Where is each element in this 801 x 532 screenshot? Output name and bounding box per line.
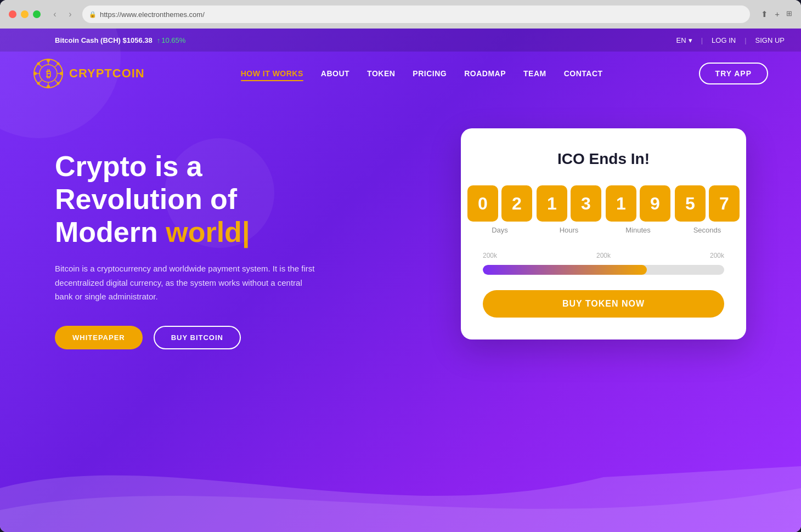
nav-team[interactable]: TEAM	[523, 69, 546, 78]
forward-button[interactable]: ›	[65, 9, 76, 20]
progress-labels: 200k 200k 200k	[483, 252, 724, 259]
seconds-digit-1: 5	[675, 185, 706, 222]
browser-action-buttons: ⬆ + ⊞	[761, 9, 792, 19]
browser-titlebar: ‹ › 🔒 https://www.electronthemes.com/ ⬆ …	[0, 0, 801, 29]
nav-contact[interactable]: CONTACT	[564, 69, 603, 78]
browser-window: ‹ › 🔒 https://www.electronthemes.com/ ⬆ …	[0, 0, 801, 532]
buy-token-button[interactable]: BUY TOKEN NOW	[483, 290, 724, 318]
nav-pricing[interactable]: PRICING	[413, 69, 447, 78]
url-text: https://www.electronthemes.com/	[100, 10, 205, 19]
minutes-label: Minutes	[625, 226, 651, 234]
countdown-timer: 0 2 Days 1 3 Hours	[483, 185, 724, 234]
minutes-digit-2: 9	[640, 185, 670, 222]
website-content: Bitcoin Cash (BCH) $1056.38 ↑ 10.65% EN …	[0, 29, 801, 532]
ico-title: ICO Ends In!	[483, 150, 724, 168]
hours-digits: 1 3	[537, 185, 601, 222]
progress-label-3: 200k	[710, 252, 724, 259]
hero-section: Crypto is a Revolution of Modern world| …	[0, 95, 801, 349]
address-bar[interactable]: 🔒 https://www.electronthemes.com/	[82, 5, 750, 23]
bg-decoration-2	[165, 138, 274, 248]
countdown-minutes: 1 9 Minutes	[606, 185, 670, 234]
nav-about[interactable]: ABOUT	[321, 69, 349, 78]
hours-label: Hours	[560, 226, 579, 234]
whitepaper-button[interactable]: WHITEPAPER	[55, 326, 143, 349]
maximize-button[interactable]	[33, 10, 41, 18]
progress-bar-container	[483, 265, 724, 275]
progress-label-1: 200k	[483, 252, 497, 259]
hero-subtitle: Bitcoin is a cryptocurrency and worldwid…	[55, 262, 318, 304]
nav-token[interactable]: TOKEN	[367, 69, 395, 78]
countdown-hours: 1 3 Hours	[537, 185, 601, 234]
nav-how-it-works[interactable]: HOW IT WORKS	[241, 69, 303, 78]
language-selector[interactable]: EN ▾	[676, 36, 692, 44]
back-button[interactable]: ‹	[49, 9, 60, 20]
login-link[interactable]: LOG IN	[712, 36, 736, 44]
seconds-label: Seconds	[693, 226, 721, 234]
ico-card: ICO Ends In! 0 2 Days 1 3	[461, 128, 746, 339]
ticker-auth: EN ▾ | LOG IN | SIGN UP	[676, 36, 785, 44]
up-arrow-icon: ↑	[157, 36, 161, 44]
buy-bitcoin-button[interactable]: BUY BITCOIN	[154, 326, 241, 349]
divider-2: |	[744, 36, 746, 44]
nav-roadmap[interactable]: ROADMAP	[464, 69, 506, 78]
hero-buttons: WHITEPAPER BUY BITCOIN	[55, 326, 357, 349]
ticker-change: ↑ 10.65%	[157, 36, 186, 44]
countdown-seconds: 5 7 Seconds	[675, 185, 740, 234]
nav-links: HOW IT WORKS ABOUT TOKEN PRICING ROADMAP…	[241, 69, 603, 78]
progress-label-2: 200k	[596, 252, 611, 259]
add-tab-icon[interactable]: +	[775, 9, 780, 19]
days-digit-1: 0	[467, 185, 498, 222]
days-digits: 0 2	[467, 185, 532, 222]
hours-digit-2: 3	[571, 185, 601, 222]
minutes-digit-1: 1	[606, 185, 636, 222]
grid-icon[interactable]: ⊞	[786, 9, 792, 19]
close-button[interactable]	[9, 10, 16, 18]
countdown-days: 0 2 Days	[467, 185, 532, 234]
try-app-button[interactable]: TRY APP	[699, 63, 768, 84]
minimize-button[interactable]	[21, 10, 29, 18]
divider: |	[701, 36, 703, 44]
days-digit-2: 2	[501, 185, 532, 222]
progress-bar-fill	[483, 265, 647, 275]
window-controls	[9, 10, 41, 18]
signup-link[interactable]: SIGN UP	[755, 36, 785, 44]
share-icon[interactable]: ⬆	[761, 9, 768, 19]
seconds-digits: 5 7	[675, 185, 740, 222]
lock-icon: 🔒	[89, 11, 97, 18]
chevron-down-icon: ▾	[689, 36, 692, 44]
hours-digit-1: 1	[537, 185, 567, 222]
seconds-digit-2: 7	[709, 185, 740, 222]
browser-navigation: ‹ ›	[49, 9, 76, 20]
bg-wave	[0, 433, 801, 532]
minutes-digits: 1 9	[606, 185, 670, 222]
progress-section: 200k 200k 200k	[483, 252, 724, 275]
days-label: Days	[492, 226, 508, 234]
